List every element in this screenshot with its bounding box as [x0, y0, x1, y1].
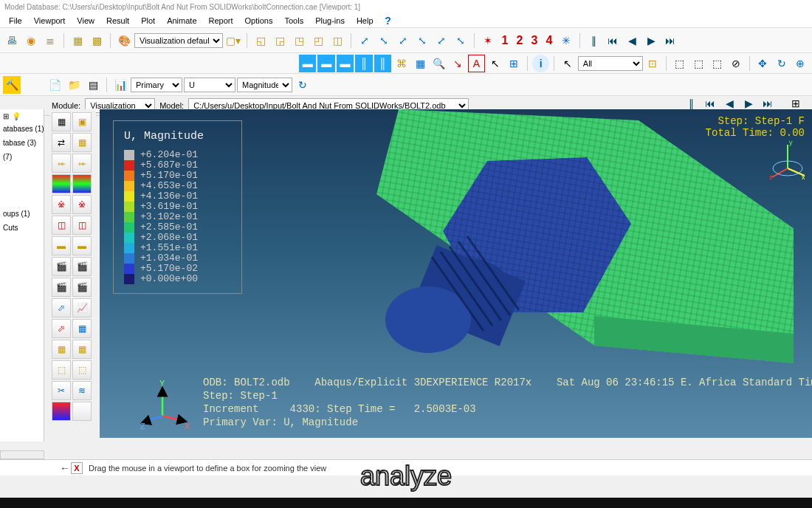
- render2-icon[interactable]: ▬: [317, 55, 334, 72]
- tool-swap-icon[interactable]: ⇄: [52, 133, 71, 152]
- menu-help[interactable]: Help: [351, 15, 379, 27]
- bulb-icon[interactable]: 💡: [12, 112, 21, 120]
- frame-1-button[interactable]: 1: [498, 34, 512, 47]
- tool-fast-icon[interactable]: ▦: [52, 112, 71, 131]
- menu-animate[interactable]: Animate: [161, 15, 202, 27]
- tool-field-icon[interactable]: ▦: [52, 340, 71, 359]
- layers-icon[interactable]: ≣: [41, 32, 59, 49]
- tool-contour-opt-icon[interactable]: [72, 174, 92, 193]
- variable-type-combo[interactable]: Primary: [131, 78, 182, 92]
- menu-tools[interactable]: Tools: [278, 15, 309, 27]
- help-icon[interactable]: ?: [379, 12, 397, 30]
- tool-material-icon[interactable]: ◫: [52, 216, 71, 235]
- tool-deformed-opt-icon[interactable]: ⬰: [72, 154, 92, 173]
- menu-viewport[interactable]: Viewport: [28, 15, 72, 27]
- tool-animate-h-icon[interactable]: 🎬: [52, 278, 71, 297]
- tool-spectrum-icon[interactable]: [72, 402, 92, 421]
- hammer-icon[interactable]: 🔨: [3, 76, 21, 94]
- box-icon[interactable]: ▢▾: [224, 32, 242, 49]
- variable-invariant-combo[interactable]: Magnitude: [237, 78, 292, 92]
- iso2-icon[interactable]: ◲: [271, 32, 289, 49]
- tool-odb-icon[interactable]: ⬚: [72, 360, 92, 380]
- axis-y-icon[interactable]: ⤡: [375, 32, 393, 49]
- tree-item[interactable]: Cuts: [3, 224, 41, 232]
- tree-item[interactable]: oups (1): [3, 210, 41, 218]
- menu-file[interactable]: File: [3, 15, 28, 27]
- pause-button[interactable]: ∥: [585, 32, 602, 49]
- clear-icon[interactable]: ⊘: [727, 55, 744, 72]
- menu-plot[interactable]: Plot: [135, 15, 161, 27]
- refresh-icon[interactable]: ↻: [294, 76, 312, 94]
- cancel-button[interactable]: X: [71, 462, 83, 474]
- tool-stream-icon[interactable]: ≋: [72, 381, 92, 400]
- new-icon[interactable]: 📄: [46, 76, 63, 94]
- query-icon[interactable]: 🔍: [430, 55, 447, 72]
- tool-overlay-icon[interactable]: ▦: [72, 133, 92, 152]
- iso3-icon[interactable]: ◳: [290, 32, 308, 49]
- iso5-icon[interactable]: ◫: [328, 32, 346, 49]
- back-arrow-icon[interactable]: ←: [59, 462, 71, 474]
- select-icon[interactable]: ↖: [559, 55, 576, 72]
- tool-freebody-icon[interactable]: [52, 402, 71, 421]
- tool-xydata-create-icon[interactable]: ⬀: [52, 319, 71, 338]
- viewport-3d[interactable]: U, Magnitude +6.204e-01+5.687e-01+5.170e…: [100, 109, 812, 438]
- tool-deformed-icon[interactable]: ⬰: [52, 154, 71, 173]
- tool-material-opt-icon[interactable]: ◫: [72, 216, 92, 235]
- select-filter-combo[interactable]: All: [578, 56, 643, 71]
- tree-item[interactable]: (7): [3, 153, 41, 161]
- palette-icon[interactable]: 🎨: [115, 32, 133, 49]
- visualization-defaults-combo[interactable]: Visualization defaults: [134, 33, 223, 48]
- list-icon[interactable]: ▤: [84, 76, 102, 94]
- prev-button[interactable]: ◀: [623, 32, 641, 49]
- next-button[interactable]: ▶: [642, 32, 660, 49]
- windows-taskbar[interactable]: [0, 498, 812, 508]
- axis-z-icon[interactable]: ⤢: [394, 32, 412, 49]
- tool-view-cut-icon[interactable]: ✂: [52, 381, 71, 400]
- variable-name-combo[interactable]: U: [184, 78, 235, 92]
- tree-item[interactable]: tabase (3): [3, 139, 41, 147]
- iso4-icon[interactable]: ◰: [309, 32, 327, 49]
- csys2-icon[interactable]: ✳: [557, 32, 575, 49]
- pan-icon[interactable]: ✥: [754, 55, 771, 72]
- tree-icon[interactable]: ⊞: [3, 112, 9, 120]
- csys-icon[interactable]: ✶: [479, 32, 497, 49]
- print-icon[interactable]: 🖶: [3, 32, 21, 49]
- render5-icon[interactable]: ║: [374, 55, 391, 72]
- options-icon[interactable]: ⊞: [506, 55, 523, 72]
- box-select-icon[interactable]: ⬚: [671, 55, 688, 72]
- axis-xz-icon[interactable]: ⤡: [452, 32, 469, 49]
- last-button[interactable]: ⏭: [661, 32, 679, 49]
- open-icon[interactable]: 📁: [65, 76, 83, 94]
- frame-2-button[interactable]: 2: [513, 34, 526, 47]
- tree-scrollbar[interactable]: [0, 450, 44, 459]
- menu-report[interactable]: Report: [203, 15, 239, 27]
- first-button[interactable]: ⏮: [604, 32, 622, 49]
- menu-view[interactable]: View: [71, 15, 100, 27]
- filter-icon[interactable]: ⊡: [644, 55, 661, 72]
- render1-icon[interactable]: ▬: [299, 55, 316, 72]
- axis-xy-icon[interactable]: ⤡: [413, 32, 431, 49]
- poly-select-icon[interactable]: ⬚: [689, 55, 706, 72]
- tool-ply-icon[interactable]: ▬: [52, 236, 71, 255]
- annotate-icon[interactable]: A: [468, 55, 485, 72]
- menu-result[interactable]: Result: [100, 15, 135, 27]
- tool-contour-icon[interactable]: [52, 174, 71, 193]
- link-icon[interactable]: ⌘: [393, 55, 410, 72]
- iso1-icon[interactable]: ◱: [252, 32, 269, 49]
- axis-yz-icon[interactable]: ⤢: [433, 32, 450, 49]
- contour-icon[interactable]: ◉: [22, 32, 40, 49]
- grid1-icon[interactable]: ▦: [69, 32, 86, 49]
- frame-4-button[interactable]: 4: [543, 34, 556, 47]
- tool-animate-opt-icon[interactable]: 🎬: [72, 278, 92, 297]
- tool-ply-opt-icon[interactable]: ▬: [72, 236, 92, 255]
- tree-item[interactable]: atabases (1): [3, 125, 41, 133]
- table-icon[interactable]: ▦: [412, 55, 429, 72]
- circle-select-icon[interactable]: ⬚: [709, 55, 726, 72]
- frame-3-button[interactable]: 3: [528, 34, 541, 47]
- arrow-icon[interactable]: ↘: [449, 55, 466, 72]
- tool-xyplot-icon[interactable]: ⬀: [52, 298, 71, 318]
- field-output-icon[interactable]: 📊: [111, 76, 129, 94]
- menu-plugins[interactable]: Plug-ins: [309, 15, 351, 27]
- tool-field-opt-icon[interactable]: ▦: [72, 340, 92, 359]
- tool-symbol-icon[interactable]: ※: [52, 195, 71, 214]
